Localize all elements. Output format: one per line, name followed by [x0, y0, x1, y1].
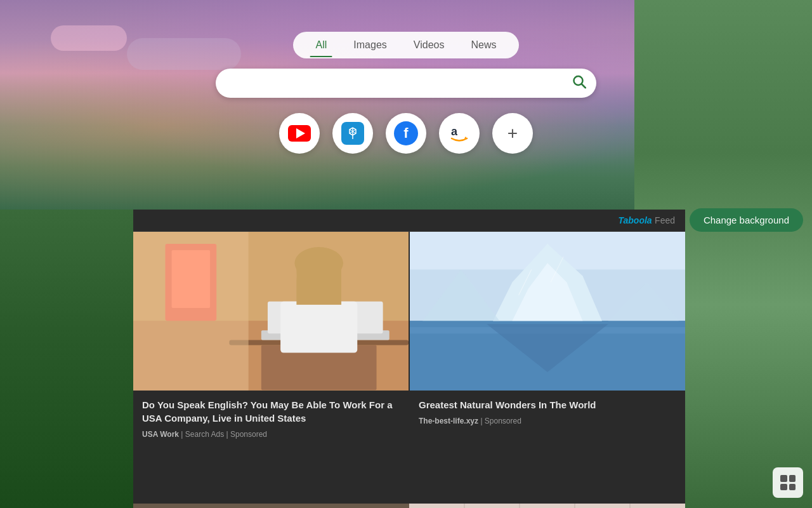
- news-card-meta-2: The-best-life.xyz | Sponsored: [419, 417, 676, 425]
- news-card-title-2: Greatest Natural Wonders In The World: [419, 398, 676, 411]
- taboola-logo: Taboola Feed: [618, 215, 675, 226]
- search-bar-container: [216, 69, 596, 98]
- news-card-image-4: [409, 504, 685, 508]
- news-card-title-1: Do You Speak English? You May Be Able To…: [142, 398, 400, 425]
- grid-dot-2: [789, 475, 796, 482]
- tab-images[interactable]: Images: [343, 36, 396, 55]
- tab-videos[interactable]: Videos: [403, 36, 455, 55]
- search-icon[interactable]: [572, 75, 586, 92]
- svg-rect-32: [133, 504, 409, 508]
- news-card-row2-left[interactable]: [133, 504, 409, 508]
- quick-link-add[interactable]: +: [492, 113, 533, 154]
- quick-link-amazon[interactable]: a: [439, 113, 480, 154]
- svg-rect-14: [280, 302, 357, 353]
- svg-text:a: a: [451, 125, 458, 138]
- news-grid: Do You Speak English? You May Be Able To…: [133, 232, 685, 504]
- tab-all[interactable]: All: [306, 36, 337, 55]
- facebook-icon: f: [394, 121, 418, 145]
- news-card-body-2: Greatest Natural Wonders In The World Th…: [410, 391, 685, 504]
- change-background-button[interactable]: Change background: [690, 208, 803, 232]
- svg-line-1: [582, 84, 586, 88]
- youtube-icon: [288, 125, 311, 142]
- add-shortcut-icon: +: [508, 123, 518, 144]
- content-panel: Taboola Feed: [133, 210, 685, 508]
- svg-rect-16: [296, 266, 341, 305]
- news-card-row2-right[interactable]: [409, 504, 685, 508]
- grid-dot-3: [780, 484, 787, 491]
- search-tabs: All Images Videos News: [293, 32, 520, 58]
- news-card-image-1: [133, 232, 409, 391]
- grid-dot-4: [789, 484, 796, 491]
- quick-link-facebook[interactable]: f: [386, 113, 426, 154]
- news-card-image-2: [410, 232, 685, 391]
- news-card-1[interactable]: Do You Speak English? You May Be Able To…: [133, 232, 410, 504]
- tab-news[interactable]: News: [461, 36, 506, 55]
- apps-grid-icon: [780, 475, 796, 490]
- news-card-body-1: Do You Speak English? You May Be Able To…: [133, 391, 409, 504]
- news-card-2[interactable]: Greatest Natural Wonders In The World Th…: [410, 232, 685, 504]
- search-input[interactable]: [216, 69, 596, 98]
- perplexity-icon: [341, 122, 364, 145]
- taboola-header: Taboola Feed: [133, 210, 685, 232]
- apps-grid-button[interactable]: [773, 467, 803, 498]
- youtube-play-triangle: [296, 128, 305, 138]
- quick-link-perplexity[interactable]: [332, 113, 373, 154]
- news-grid-row2: [133, 504, 685, 508]
- amazon-icon: a: [449, 121, 470, 146]
- svg-rect-19: [172, 250, 211, 308]
- quick-link-youtube[interactable]: [279, 113, 320, 154]
- svg-rect-38: [409, 504, 685, 508]
- news-card-meta-1: USA Work | Search Ads | Sponsored: [142, 430, 400, 439]
- news-card-image-3: [133, 504, 409, 508]
- search-bar-wrapper: [216, 69, 596, 98]
- quick-links: f a +: [279, 113, 533, 154]
- grid-dot-1: [780, 475, 787, 482]
